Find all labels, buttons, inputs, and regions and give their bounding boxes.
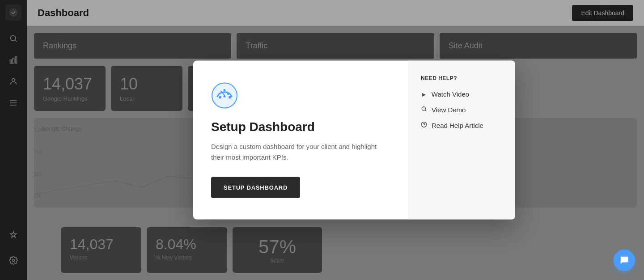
demo-search-icon [421,106,427,114]
svg-line-19 [425,110,427,111]
modal-right-panel: NEED HELP? ► Watch Video View Demo Read … [408,61,515,220]
svg-point-15 [227,93,229,95]
setup-modal: Setup Dashboard Design a custom dashboar… [193,61,515,220]
svg-point-18 [422,107,425,110]
modal-description: Design a custom dashboard for your clien… [211,141,390,163]
svg-point-14 [219,96,221,99]
dashboard-icon [211,82,390,111]
svg-point-17 [224,89,226,91]
help-item-watch-video[interactable]: ► Watch Video [421,90,503,98]
chat-bubble-button[interactable] [614,250,635,271]
help-item-read-article[interactable]: Read Help Article [421,122,503,129]
read-article-label: Read Help Article [432,122,483,129]
view-demo-label: View Demo [432,106,466,114]
chat-icon [619,255,629,265]
modal-left-panel: Setup Dashboard Design a custom dashboar… [193,61,408,220]
help-item-view-demo[interactable]: View Demo [421,106,503,114]
help-heading: NEED HELP? [421,75,503,81]
modal-title: Setup Dashboard [211,120,390,134]
svg-point-16 [229,96,231,99]
watch-video-label: Watch Video [432,90,469,98]
help-circle-icon [421,122,427,129]
play-icon: ► [421,90,427,98]
modal-palette-icon [211,82,238,109]
setup-dashboard-button[interactable]: SETUP DASHBOARD [211,177,300,198]
